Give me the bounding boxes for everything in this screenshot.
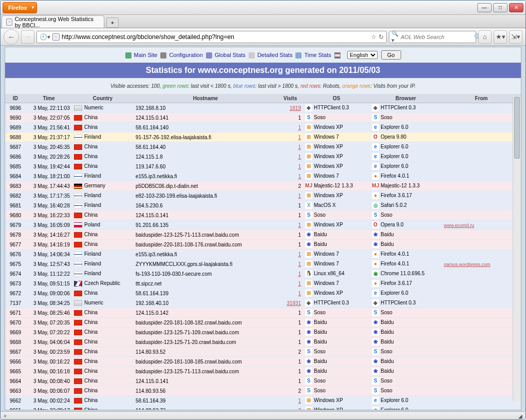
tab-bar: ◦ Conceptnest.org Web Statistics by BBCl… (1, 15, 525, 28)
visits-link[interactable]: 1819 (290, 105, 301, 111)
table-row: 96903 May, 22:07:05China124.115.0.1411SS… (5, 113, 521, 123)
status-bar: × ◢ (1, 411, 525, 420)
table-row: 96633 May, 00:06:07China114.80.93.562SSo… (5, 386, 521, 396)
table-row: 96803 May, 16:22:33China124.115.0.1411SS… (5, 211, 521, 220)
os-icon: S (305, 114, 312, 121)
column-header: Hostname (134, 94, 277, 103)
browser-icon: e (372, 407, 379, 410)
table-row: 96823 May, 17:17:35Finlande82-103-230-19… (5, 191, 521, 201)
column-header: Country (72, 94, 134, 103)
firefox-menu-button[interactable]: Firefox (3, 2, 37, 13)
nav-icon (249, 52, 255, 59)
browser-icon: ❀ (372, 368, 379, 375)
browser-icon: O (372, 133, 379, 141)
nav-link[interactable]: Time Stats (304, 52, 331, 58)
table-row: 96733 May, 09:51:15Czech Republicttt.sip… (5, 279, 521, 289)
flag-icon (74, 408, 82, 410)
forward-button[interactable]: → (21, 30, 34, 44)
os-icon: ⊞ (305, 251, 312, 258)
minimize-button[interactable]: — (477, 3, 492, 12)
visits-link[interactable]: 1 (298, 398, 301, 404)
table-row: 96873 May, 20:45:35China58.61.164.401⊞Wi… (5, 142, 521, 152)
os-icon: ⊞ (305, 192, 312, 199)
visits-link[interactable]: 1 (298, 174, 301, 179)
tab-title: Conceptnest.org Web Statistics by BBCl..… (15, 16, 100, 28)
reload-icon[interactable]: ↻ (379, 33, 384, 41)
favicon-icon: ◦ (6, 18, 12, 26)
site-nav: Main Site Configuration Global Stats Det… (5, 47, 521, 63)
visits-link[interactable]: 1 (298, 281, 301, 287)
history-dropdown-icon[interactable]: 🕘▾ (40, 33, 50, 41)
visits-link[interactable]: 1 (298, 164, 301, 169)
os-icon: ⊞ (305, 280, 312, 287)
bookmarks-button[interactable]: ★▾ (494, 30, 507, 44)
visits-link[interactable]: 1 (298, 154, 301, 160)
search-box[interactable]: 🔍▾ 🔍 (389, 31, 476, 43)
maximize-button[interactable]: □ (493, 3, 508, 12)
browser-icon: e (372, 124, 379, 131)
os-icon: S (305, 309, 312, 316)
nav-link[interactable]: Global Stats (215, 52, 246, 58)
scrollbar[interactable] (513, 97, 521, 401)
table-row: 96853 May, 19:42:44China119.147.6.601⊞Wi… (5, 162, 521, 171)
new-tab-button[interactable]: + (106, 17, 119, 28)
visits-link[interactable]: 1 (298, 135, 301, 140)
search-input[interactable] (401, 34, 472, 40)
nav-icon (206, 52, 212, 59)
column-header: Time (26, 94, 72, 103)
table-row: 96893 May, 21:56:41China58.61.164.1401⊞W… (5, 123, 521, 132)
browser-icon: ● (372, 260, 379, 268)
browser-icon: S (372, 309, 379, 316)
table-row: 96723 May, 09:00:06China58.61.164.1391⊞W… (5, 289, 521, 298)
url-input[interactable] (62, 33, 369, 41)
nav-toolbar: ← → 🕘▾ ◦ ☆ ↻ 🔍▾ 🔍 ⌂ ★▾ ⇲▾ (1, 28, 525, 46)
browser-icon: e (372, 163, 379, 170)
os-icon: ⊞ (305, 407, 312, 410)
column-header: ID (5, 94, 26, 103)
browser-icon: O (372, 221, 379, 228)
visits-link[interactable]: 1 (298, 261, 301, 267)
titlebar: Firefox — □ ✕ (1, 1, 525, 15)
table-row: 96783 May, 14:16:27Chinabaiduspider-123-… (5, 230, 521, 240)
tab-active[interactable]: ◦ Conceptnest.org Web Statistics by BBCl… (2, 15, 104, 28)
back-button[interactable]: ← (4, 29, 19, 45)
home-button[interactable]: ⌂ (478, 30, 492, 44)
url-bar[interactable]: 🕘▾ ◦ ☆ ↻ (36, 31, 387, 43)
from-link[interactable]: narsus.wordpress.com (444, 262, 491, 267)
site-identity-icon[interactable]: ◦ (52, 33, 60, 41)
browser-icon: S (372, 348, 379, 355)
visits-link[interactable]: 1 (298, 222, 301, 228)
flag-icon (74, 125, 82, 130)
addon-icon[interactable]: ◢ (518, 413, 522, 419)
nav-link[interactable]: Configuration (169, 52, 202, 58)
table-row: 96833 May, 17:44:43Germanyp5DDB5C06.dip.… (5, 181, 521, 191)
visits-link[interactable]: 1 (298, 291, 301, 296)
visits-link[interactable]: 1 (298, 271, 301, 277)
table-body: 96963 May, 22:11:03Numeric192.168.8.1018… (5, 103, 521, 411)
language-select[interactable]: English (347, 51, 378, 59)
browser-icon: ❀ (372, 329, 379, 336)
flag-icon (74, 105, 82, 111)
close-button[interactable]: ✕ (509, 3, 523, 12)
visits-link[interactable]: 1 (298, 144, 301, 150)
visits-link[interactable]: 1 (298, 252, 301, 257)
os-icon: ❀ (305, 319, 312, 326)
visits-link[interactable]: 1 (298, 193, 301, 199)
visits-link[interactable]: 31931 (287, 300, 301, 306)
visits-link[interactable]: 2 (298, 408, 301, 411)
nav-link[interactable]: Main Site (134, 52, 158, 58)
go-button[interactable]: Go (381, 50, 401, 60)
nav-link[interactable]: Detailed Stats (257, 52, 292, 58)
from-link[interactable]: www.ecomd.ru (444, 223, 474, 228)
feed-button[interactable]: ⇲▾ (509, 30, 522, 44)
visits-link[interactable]: 1 (298, 125, 301, 130)
bookmark-star-icon[interactable]: ☆ (371, 33, 377, 41)
status-close-icon[interactable]: × (4, 413, 7, 419)
browser-icon: ◎ (372, 202, 379, 209)
table-header-row: IDTimeCountryHostnameVisitsOSBrowserFrom (5, 94, 521, 103)
search-engine-icon[interactable]: 🔍▾ (391, 30, 399, 44)
scrollbar-thumb[interactable] (514, 97, 520, 159)
browser-icon: ❀ (372, 241, 379, 248)
flag-icon (74, 174, 82, 179)
content-area: Main Site Configuration Global Stats Det… (1, 46, 525, 411)
